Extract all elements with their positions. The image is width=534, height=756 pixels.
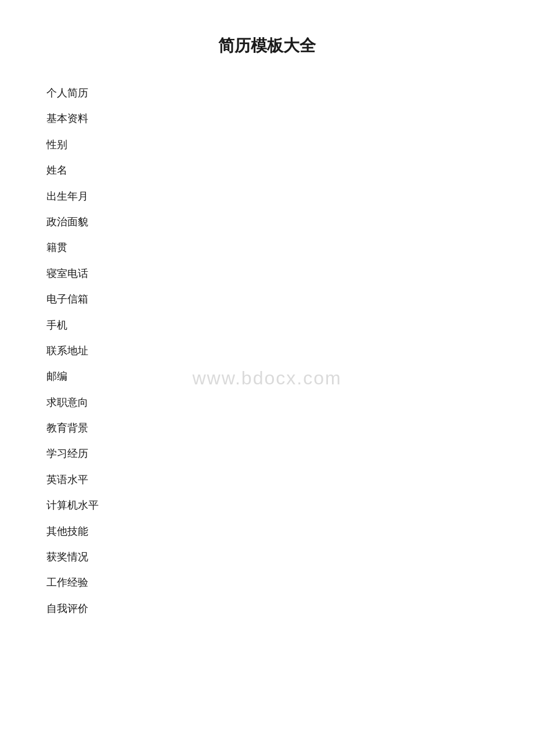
list-item: 教育背景	[46, 415, 488, 441]
list-item: 计算机水平	[46, 492, 488, 518]
list-item: 手机	[46, 312, 488, 338]
list-item: 其他技能	[46, 519, 488, 544]
list-item: 工作经验	[46, 570, 488, 595]
list-item: 个人简历	[46, 80, 488, 106]
list-item: 出生年月	[46, 183, 488, 209]
list-item: 电子信箱	[46, 286, 488, 312]
list-item: 基本资料	[46, 106, 488, 131]
list-item: 获奖情况	[46, 544, 488, 570]
list-item: 姓名	[46, 157, 488, 183]
content-list: 个人简历基本资料性别姓名出生年月政治面貌籍贯寝室电话电子信箱手机联系地址邮编求职…	[46, 80, 488, 621]
list-item: 求职意向	[46, 390, 488, 415]
list-item: 英语水平	[46, 467, 488, 492]
page-title: 简历模板大全	[46, 35, 488, 57]
page-container: 简历模板大全 个人简历基本资料性别姓名出生年月政治面貌籍贯寝室电话电子信箱手机联…	[0, 0, 534, 756]
list-item: 邮编	[46, 363, 488, 389]
list-item: 性别	[46, 132, 488, 157]
list-item: 学习经历	[46, 441, 488, 466]
list-item: 寝室电话	[46, 261, 488, 286]
list-item: 自我评价	[46, 596, 488, 621]
list-item: 籍贯	[46, 235, 488, 260]
list-item: 政治面貌	[46, 209, 488, 235]
list-item: 联系地址	[46, 338, 488, 363]
